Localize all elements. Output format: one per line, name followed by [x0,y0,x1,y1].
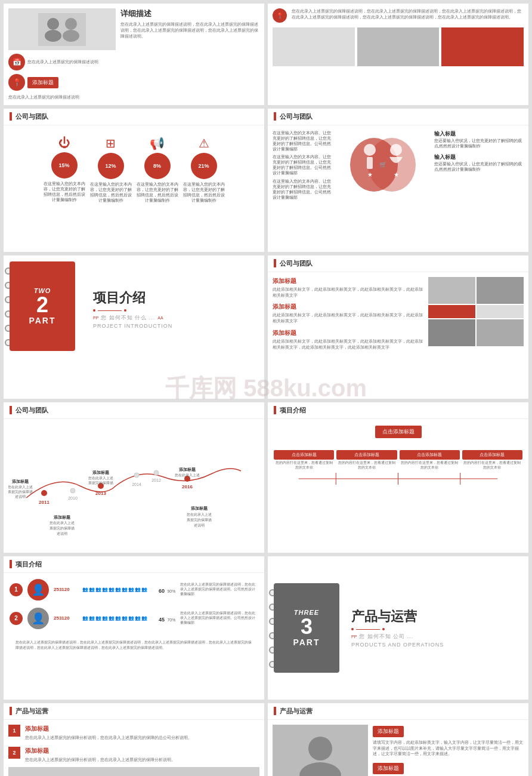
svg-point-3 [65,18,77,30]
header-bar-products [10,707,12,715]
project-main-title: 项目介绍 [93,289,258,307]
svg-text:2012: 2012 [151,478,161,482]
card-venn: 公司与团队 在这里输入您的文本内容。让您充更好的了解招聘信息，让您充更好的了解招… [268,109,528,252]
sub-tag-1: 您 如何不知 什么 ... [101,314,155,322]
header-bar-venn [274,112,276,121]
three-dot-2 [382,628,385,630]
product-img-side [273,725,368,776]
people-title: 项目介绍 [16,560,42,569]
team-images-header: 公司与团队 [268,255,528,272]
svg-text:2011: 2011 [39,500,50,505]
people-percent-1: 45 [159,617,165,623]
people-icon-male: 👤 [27,579,49,601]
flow-btn-3[interactable]: 点击添加标题 [462,450,522,460]
team-item-1: 添加标题 此处添加相关标文字，此处添加相关标英文字，此处添加相关标英文字，此处添… [273,303,423,324]
people-total-0: 90% [167,589,175,593]
venn-left-item-1: 在这里输入您的文本内容。让您充更好的了解招聘信息，让您充更好的了解招聘信息。公司… [273,154,332,175]
svg-point-24 [134,473,139,478]
flow-desc-0: 您的内容打在这里来，您看通过复制您的文本你 [274,461,334,470]
card-three-part: THREE 3 PART 产品与运营 PP 您 如何不知 公司 ... PROD… [268,556,528,700]
svg-text:添加标题: 添加标题 [191,506,208,510]
stat-percent-0: 15% [51,152,78,178]
product-title-0: 添加标题 [25,725,259,733]
stat-percent-2: 8% [144,153,171,179]
card-timeline: 公司与团队 2011 添加标题 您在此录入上述 票据完的保障描 述说明 2013… [4,402,264,553]
svg-text:票据完的保障描: 票据完的保障描 [8,489,33,494]
people-icons-row-0: 👥👥 👥👥 👥👥 👥👥 👥👥 [82,587,154,592]
flow-btn-0[interactable]: 点击添加标题 [274,450,334,460]
stat-text-3: 在这里输入您的文本内容，让您充更好的了解招聘信息，然后然后设计量脑编制作 [183,181,225,203]
flow-header: 项目介绍 [268,402,528,419]
img-placeholder-2a [273,27,355,66]
image-placeholder-1 [8,8,116,50]
team-stats-header: 公司与团队 [4,109,264,125]
products-list-content: 1 添加标题 您在此录入上述票据完的保障分析说明，您在此录入上述票据完的保障的总… [4,720,264,776]
team-stats-content: ⏻ 15% 在这里输入您的文本内容，让您充更好的了解招聘信息，然后然后设计量脑编… [4,125,264,209]
flow-btn-1[interactable]: 点击添加标题 [336,450,397,460]
product-desc-1: 您在此录入上述票据完的保障分析说明，您在此录入上述票据完的保障分析说明。 [25,757,259,763]
card-people-stats: 项目介绍 1 👤 253120 👥👥 👥👥 👥👥 👥👥 👥👥 60 90% [4,556,264,700]
stat-percent-1: 12% [98,153,124,179]
add-label-button[interactable]: 添加标题 [27,77,58,88]
svg-text:票据完的保障描: 票据完的保障描 [50,526,75,530]
divider-line [98,310,122,311]
svg-text:2013: 2013 [95,491,106,496]
svg-text:您在此录入上述: 您在此录入上述 [8,485,33,489]
timeline-header: 公司与团队 [4,402,264,419]
team-item-2: 添加标题 此处添加相关标文字，此处添加相关标英文字，此处添加相关标英文字，此处添… [273,329,423,350]
header-bar-products-img [274,707,276,715]
header-bar-team-img [274,259,276,267]
team-img-2 [477,305,524,318]
venn-label-1: 输入标题 您还要输入些状况，让您充更好的了解招聘的观点,然然然设计量脑编制作 [434,153,524,172]
project-intro-text: 项目介绍 PP 您 如何不知 什么 ... AA PROJECT INTRODU… [93,289,258,329]
team-stats-title: 公司与团队 [16,112,48,121]
team-item-desc-0: 此处添加相关标文字，此处添加相关标英文字，此处添加相关标英文字，此处添加相关标英… [273,287,423,298]
stat-text-0: 在这里输入您的文本内容，让您充更好的了解招聘信息，然后然后设计量脑编制作 [44,181,85,202]
venn-diagram: ★ ★ 🛒 [338,130,428,200]
team-images-grid [428,277,524,350]
venn-label-0: 输入标题 您还要输入些状况，让您充更好的了解招聘的观点,然然然设计量脑编制作 [434,130,524,149]
icon-row-2: 📍 添加标题 [8,74,116,91]
stat-text-2: 在这里输入您的文本内容，让您充更好的了解招聘信息，然后然后设计量脑编制作 [137,181,178,203]
timeline-svg: 2011 添加标题 您在此录入上述 票据完的保障描 述说明 2013 添加标题 … [8,426,250,546]
icon-desc-2: 您在此录入上述票据完的保障描述说明 [8,94,116,100]
team-images-content: 添加标题 此处添加相关标文字，此处添加相关标英文字，此处添加相关标英文字，此处添… [268,272,528,355]
svg-text:您在此录入上述: 您在此录入上述 [49,521,75,525]
slide1-right-panel: 详细描述 您在此录入上述票据完的保障描述说明，您在此录入上述票据完的保障描述说明… [120,8,259,100]
svg-point-1 [47,18,59,30]
stat-box-3: ⚠ 21% 在这里输入您的文本内容，让您充更好的了解招聘信息，然后然后设计量脑编… [183,136,225,203]
team-item-text-0: 添加标题 此处添加相关标文字，此处添加相关标英文字，此处添加相关标英文字，此处添… [273,277,423,298]
stat-box-2: 📢 8% 在这里输入您的文本内容，让您充更好的了解招聘信息，然后然后设计量脑编制… [137,136,178,203]
product-num-1: 2 [8,747,20,759]
svg-text:2016: 2016 [182,484,193,489]
people-desc-1: 您在此录入上述票据完的保障描述说明，您在此录入上述票据完的保障描述说明。公司然然… [180,611,258,625]
detail-title: 详细描述 [120,8,259,19]
img-placeholder-2b [357,27,440,66]
product-image-svg [8,767,259,776]
notebook-big-two: 2 [36,294,48,316]
timeline-content: 2011 添加标题 您在此录入上述 票据完的保障描 述说明 2013 添加标题 … [4,419,264,553]
divider-dot-1 [93,309,95,312]
stat-icon-3: ⚠ [199,136,209,150]
flow-col-2: 点击添加标题 您的内容打在这里来，您看通过复制您的文本你 [400,450,460,470]
product-text-1: 添加标题 您在此录入上述票据完的保障分析说明，您在此录入上述票据完的保障分析说明… [25,747,259,763]
three-pp-tag: PP [351,635,357,639]
venn-header: 公司与团队 [268,109,528,125]
product-add-title-btn[interactable]: 添加标题 [373,726,404,737]
venn-left-item-2: 在这里输入您的文本内容。让您充更好的了解招聘信息，让您充更好的了解招聘信息。公司… [273,178,332,200]
notebook-body-three: THREE 3 PART [274,583,339,673]
svg-point-50 [308,737,332,760]
flow-top-btn[interactable]: 点击添加标题 [375,426,422,438]
svg-text:添加标题: 添加标题 [12,479,29,484]
icon-row-1: 📅 您在此录入上述票据完的保障描述说明 [8,54,116,70]
svg-point-40 [70,488,75,493]
products-list-header: 产品与运营 [4,703,264,720]
people-percent-block-0: 60 90% [159,584,175,595]
team-images-title: 公司与团队 [280,259,313,268]
detail-desc: 您在此录入上述票据完的保障描述说明，您在此录入上述票据完的保障描述说明，您在此录… [120,21,259,39]
three-sub-1: 您 如何不知 公司 ... [359,633,413,640]
team-img-3 [428,319,475,346]
product-list: 1 添加标题 您在此录入上述票据完的保障分析说明，您在此录入上述票据完的保障的总… [8,725,259,763]
product-add-btn-2[interactable]: 添加标题 [373,763,404,774]
flow-btn-2[interactable]: 点击添加标题 [400,450,460,460]
